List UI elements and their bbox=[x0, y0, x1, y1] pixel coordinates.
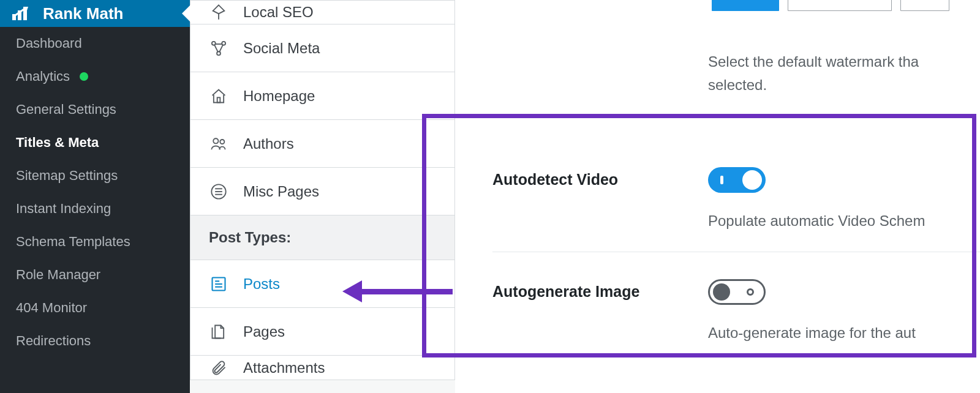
settings-item-label: Pages bbox=[243, 323, 285, 340]
sidebar-item-label: Redirections bbox=[16, 333, 91, 349]
settings-section-label: Post Types: bbox=[190, 215, 455, 260]
status-dot-icon bbox=[80, 72, 88, 81]
rank-math-logo-icon bbox=[12, 7, 31, 20]
svg-point-13 bbox=[220, 140, 224, 144]
setting-label: Autodetect Video bbox=[492, 167, 708, 189]
settings-item-social-meta[interactable]: Social Meta bbox=[190, 24, 455, 72]
settings-item-homepage[interactable]: Homepage bbox=[190, 72, 455, 120]
sidebar-brand-label: Rank Math bbox=[43, 4, 123, 23]
sidebar-item-dashboard[interactable]: Dashboard bbox=[0, 27, 190, 60]
settings-item-label: Local SEO bbox=[243, 4, 314, 21]
sidebar-item-label: General Settings bbox=[16, 102, 116, 118]
setting-row-autodetect-video: Autodetect Video Populate automatic Vide… bbox=[492, 140, 980, 252]
sidebar-item-instant-indexing[interactable]: Instant Indexing bbox=[0, 192, 190, 225]
settings-item-posts[interactable]: Posts bbox=[190, 260, 455, 308]
share-icon bbox=[209, 39, 228, 58]
settings-panel: Local SEO Social Meta Homepage Authors M… bbox=[190, 0, 456, 393]
settings-item-label: Authors bbox=[243, 135, 294, 152]
sidebar-item-sitemap-settings[interactable]: Sitemap Settings bbox=[0, 159, 190, 192]
sidebar-item-label: Role Manager bbox=[16, 267, 100, 283]
toggle-off-indicator-icon bbox=[747, 288, 754, 296]
sidebar-item-label: Schema Templates bbox=[16, 234, 130, 250]
settings-item-attachments[interactable]: Attachments bbox=[190, 356, 455, 380]
sidebar-item-titles-meta[interactable]: Titles & Meta bbox=[0, 126, 190, 159]
watermark-option-tertiary[interactable] bbox=[900, 0, 949, 11]
sidebar-item-general-settings[interactable]: General Settings bbox=[0, 93, 190, 126]
home-icon bbox=[209, 86, 228, 106]
post-icon bbox=[209, 274, 228, 294]
sidebar-item-analytics[interactable]: Analytics bbox=[0, 60, 190, 93]
setting-row-autogenerate-image: Autogenerate Image Auto-generate image f… bbox=[492, 252, 980, 364]
setting-hint: Populate automatic Video Schem bbox=[708, 212, 980, 230]
settings-item-label: Homepage bbox=[243, 88, 315, 105]
sidebar-brand[interactable]: Rank Math bbox=[0, 0, 190, 27]
pages-icon bbox=[209, 322, 228, 342]
list-circle-icon bbox=[209, 182, 228, 201]
main-content: Select the default watermark tha selecte… bbox=[456, 0, 980, 393]
settings-item-label: Posts bbox=[243, 275, 280, 293]
svg-line-10 bbox=[219, 45, 223, 52]
sidebar-item-label: Instant Indexing bbox=[16, 201, 111, 217]
settings-item-misc-pages[interactable]: Misc Pages bbox=[190, 168, 455, 215]
watermark-buttons bbox=[712, 0, 980, 11]
toggle-on-indicator-icon bbox=[720, 176, 723, 184]
toggle-knob-icon bbox=[713, 283, 730, 301]
watermark-description: Select the default watermark tha selecte… bbox=[708, 50, 980, 97]
active-pointer-icon bbox=[182, 5, 190, 22]
settings-item-label: Social Meta bbox=[243, 40, 320, 57]
watermark-option-secondary[interactable] bbox=[788, 0, 892, 11]
toggle-knob-icon bbox=[742, 170, 762, 190]
settings-item-label: Misc Pages bbox=[243, 183, 319, 200]
svg-point-12 bbox=[213, 138, 218, 143]
settings-item-local-seo[interactable]: Local SEO bbox=[190, 0, 455, 24]
svg-rect-11 bbox=[217, 97, 221, 102]
sidebar-item-404-monitor[interactable]: 404 Monitor bbox=[0, 291, 190, 324]
watermark-option-primary[interactable] bbox=[712, 0, 779, 11]
sidebar-item-label: Analytics bbox=[16, 69, 70, 84]
sidebar-item-label: Titles & Meta bbox=[16, 135, 99, 151]
svg-line-9 bbox=[214, 45, 218, 52]
sidebar-item-role-manager[interactable]: Role Manager bbox=[0, 258, 190, 291]
settings-item-label: Attachments bbox=[243, 359, 325, 376]
primary-sidebar: Rank Math Dashboard Analytics General Se… bbox=[0, 0, 190, 393]
pin-icon bbox=[209, 2, 228, 22]
toggle-autodetect-video[interactable] bbox=[708, 167, 766, 193]
sidebar-item-label: 404 Monitor bbox=[16, 300, 87, 316]
users-icon bbox=[209, 134, 228, 154]
toggle-autogenerate-image[interactable] bbox=[708, 279, 766, 305]
sidebar-item-label: Sitemap Settings bbox=[16, 168, 118, 184]
setting-hint: Auto-generate image for the aut bbox=[708, 324, 980, 342]
settings-item-authors[interactable]: Authors bbox=[190, 120, 455, 168]
sidebar-item-redirections[interactable]: Redirections bbox=[0, 324, 190, 357]
settings-item-pages[interactable]: Pages bbox=[190, 308, 455, 356]
attachment-icon bbox=[209, 358, 228, 378]
sidebar-item-schema-templates[interactable]: Schema Templates bbox=[0, 225, 190, 258]
sidebar-item-label: Dashboard bbox=[16, 36, 82, 51]
setting-label: Autogenerate Image bbox=[492, 279, 708, 301]
